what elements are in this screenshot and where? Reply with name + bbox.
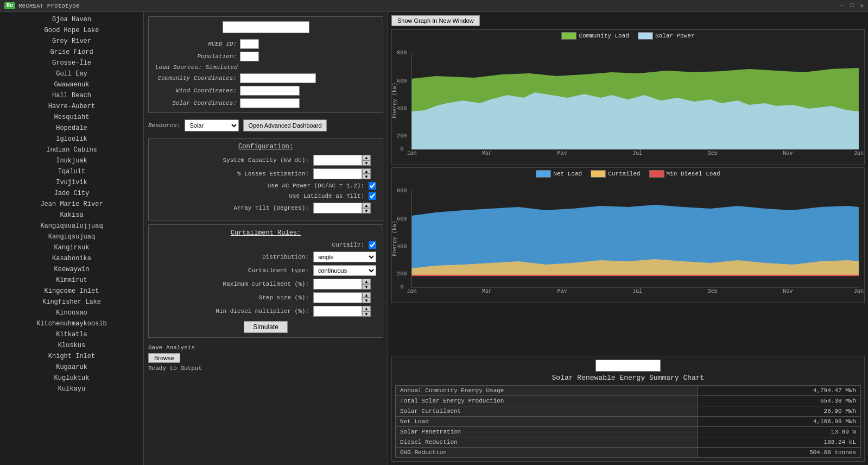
chart2-legend-net-load-label: Net Load bbox=[553, 171, 582, 177]
sidebar-item[interactable]: Indian Cabins bbox=[0, 144, 143, 155]
resource-row: Resource: SolarWindBiomass Open Advanced… bbox=[148, 116, 383, 135]
curtail-row: Curtail?: bbox=[155, 241, 376, 249]
sidebar-item[interactable]: Kingfisher Lake bbox=[0, 297, 143, 307]
resource-select[interactable]: SolarWindBiomass bbox=[185, 120, 239, 131]
losses-input[interactable]: 0.0 bbox=[313, 168, 362, 179]
step-size-input[interactable]: 5.0 bbox=[313, 292, 362, 303]
maximize-button[interactable]: □ bbox=[850, 2, 854, 9]
chart-export-input[interactable] bbox=[595, 360, 661, 372]
sidebar-item[interactable]: Kingcome Inlet bbox=[0, 286, 143, 297]
sidebar-item[interactable]: Ivujivik bbox=[0, 177, 143, 188]
sidebar-item[interactable]: Keewaywin bbox=[0, 264, 143, 275]
sidebar-item[interactable]: Gull Eay bbox=[0, 68, 143, 79]
min-diesel-color bbox=[649, 170, 664, 178]
solar-coordinates-input[interactable] bbox=[240, 98, 300, 108]
svg-text:Sep: Sep bbox=[708, 288, 718, 293]
summary-row-label: Annual Community Energy Usage bbox=[396, 386, 698, 396]
system-capacity-up[interactable]: ▲ bbox=[362, 155, 371, 160]
sidebar-item[interactable]: Iqaluit bbox=[0, 166, 143, 177]
svg-text:May: May bbox=[557, 288, 567, 293]
sidebar-item[interactable]: Kinoosao bbox=[0, 307, 143, 318]
sidebar-item[interactable]: Kangirsuk bbox=[0, 242, 143, 253]
distribution-label: Distribution: bbox=[155, 254, 313, 260]
population-input[interactable] bbox=[240, 52, 259, 61]
svg-text:200: 200 bbox=[397, 133, 407, 139]
sidebar-item[interactable]: Kugaaruk bbox=[0, 362, 143, 373]
step-size-up[interactable]: ▲ bbox=[362, 292, 371, 298]
rced-id-input[interactable] bbox=[240, 39, 259, 49]
svg-text:Jul: Jul bbox=[632, 150, 642, 155]
min-diesel-down[interactable]: ▼ bbox=[362, 311, 371, 317]
sidebar-item[interactable]: Gjoa Haven bbox=[0, 14, 143, 25]
sidebar-item[interactable]: Grise Fiord bbox=[0, 47, 143, 58]
min-diesel-input[interactable]: 30.0 bbox=[313, 306, 362, 317]
max-curtailment-down[interactable]: ▼ bbox=[362, 284, 371, 290]
array-tilt-up[interactable]: ▲ bbox=[362, 203, 371, 208]
sidebar-item[interactable]: Kakisa bbox=[0, 210, 143, 221]
simulate-button[interactable]: Simulate bbox=[244, 321, 288, 333]
use-latitude-checkbox[interactable] bbox=[369, 192, 376, 200]
svg-text:Nov: Nov bbox=[783, 288, 793, 293]
sidebar-item[interactable]: Kitchenuhmaykoosib bbox=[0, 318, 143, 329]
sidebar-item[interactable]: Hall Beach bbox=[0, 90, 143, 101]
svg-text:Sep: Sep bbox=[708, 150, 718, 155]
system-capacity-input[interactable]: 500 bbox=[313, 155, 362, 166]
community-load-color bbox=[561, 32, 576, 40]
advanced-dashboard-button[interactable]: Open Advanced Dashboard bbox=[243, 120, 326, 131]
sidebar-item[interactable]: Hesquiaht bbox=[0, 112, 143, 123]
array-tilt-down[interactable]: ▼ bbox=[362, 208, 371, 213]
sidebar-item[interactable]: Kangiqsujuaq bbox=[0, 231, 143, 242]
max-curtailment-up[interactable]: ▲ bbox=[362, 279, 371, 284]
curtailment-type-select[interactable]: continuousdiscrete bbox=[313, 265, 376, 276]
max-curtailment-input[interactable]: 100 bbox=[313, 279, 362, 290]
sidebar-item[interactable]: Jade City bbox=[0, 188, 143, 199]
sidebar-item[interactable]: Knight Inlet bbox=[0, 351, 143, 362]
sidebar-item[interactable]: Jean Marie River bbox=[0, 199, 143, 210]
sidebar-item[interactable]: Grosse-Île bbox=[0, 58, 143, 68]
summary-row-label: Diesel Reduction bbox=[396, 437, 698, 448]
resource-label: Resource: bbox=[148, 122, 180, 129]
losses-down[interactable]: ▼ bbox=[362, 174, 371, 179]
sidebar-item[interactable]: Inukjuak bbox=[0, 155, 143, 166]
sidebar-item[interactable]: Kulkayu bbox=[0, 384, 143, 394]
use-ac-checkbox[interactable] bbox=[369, 182, 376, 190]
sidebar-item[interactable]: Kasabonika bbox=[0, 253, 143, 264]
sidebar-item[interactable]: Good Hope Lake bbox=[0, 25, 143, 36]
sidebar-item[interactable]: Grey River bbox=[0, 36, 143, 47]
sidebar-item[interactable]: Kitkatla bbox=[0, 329, 143, 340]
sidebar-item[interactable]: Gwawaenuk bbox=[0, 79, 143, 90]
sidebar-item[interactable]: Kimmirut bbox=[0, 275, 143, 286]
show-graph-button[interactable]: Show Graph In New Window bbox=[391, 15, 480, 26]
close-button[interactable]: ✕ bbox=[860, 2, 864, 9]
community-coordinates-input[interactable] bbox=[240, 73, 316, 83]
min-diesel-row: Min diesel multiplier (%): 30.0 ▲ ▼ bbox=[155, 306, 376, 317]
losses-up[interactable]: ▲ bbox=[362, 168, 371, 174]
system-capacity-label: System Capacity (kW dc): bbox=[155, 157, 313, 164]
community-name-input[interactable] bbox=[223, 21, 309, 33]
curtail-checkbox[interactable] bbox=[369, 241, 376, 249]
population-label: Population: bbox=[155, 53, 237, 60]
browse-button[interactable]: Browse bbox=[148, 353, 180, 363]
load-sources-label: Load Sources: Simulated bbox=[155, 64, 238, 71]
array-tilt-label: Array Tilt (Degrees): bbox=[155, 205, 313, 211]
community-list: Gjoa HavenGood Hope LakeGrey RiverGrise … bbox=[0, 12, 144, 465]
sidebar-item[interactable]: Kluskus bbox=[0, 340, 143, 351]
sidebar-item[interactable]: Igloolik bbox=[0, 134, 143, 144]
distribution-select[interactable]: singlemultiple bbox=[313, 252, 376, 262]
minimize-button[interactable]: ─ bbox=[840, 2, 844, 9]
wind-coordinates-input[interactable] bbox=[240, 86, 300, 96]
min-diesel-up[interactable]: ▲ bbox=[362, 306, 371, 311]
step-size-down[interactable]: ▼ bbox=[362, 298, 371, 303]
sidebar-item[interactable]: Havre-Aubert bbox=[0, 101, 143, 112]
chart1: Community Load Solar Power 800 600 400 2… bbox=[391, 29, 865, 165]
sidebar-item[interactable]: Hopedale bbox=[0, 123, 143, 134]
svg-text:400: 400 bbox=[397, 244, 407, 250]
summary-row: Annual Community Energy Usage4,794.47 MW… bbox=[396, 386, 861, 396]
system-capacity-down[interactable]: ▼ bbox=[362, 160, 371, 166]
svg-text:Mar: Mar bbox=[482, 150, 492, 155]
chart2-svg: 800 600 400 200 0 Energy (kW) bbox=[392, 179, 864, 293]
array-tilt-input[interactable]: 0 bbox=[313, 203, 362, 213]
sidebar-item[interactable]: Kugluktuk bbox=[0, 373, 143, 384]
sidebar-item[interactable]: Kangiqsualujjuaq bbox=[0, 221, 143, 231]
summary-row-value: 26.90 MWh bbox=[698, 406, 861, 417]
